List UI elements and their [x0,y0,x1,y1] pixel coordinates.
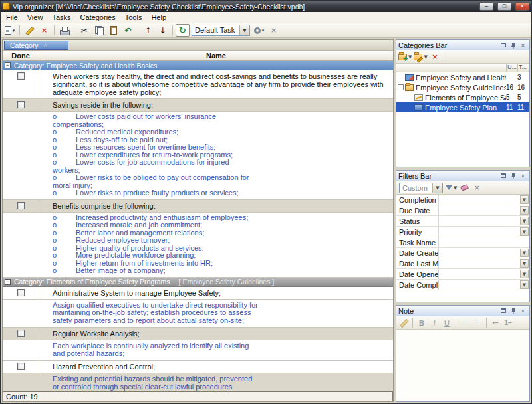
move-up-button[interactable]: ↑ [141,24,155,37]
task-note-text[interactable]: Each workplace is continually analyzed t… [3,340,262,360]
task-checkbox[interactable] [17,363,25,370]
delete-task-button[interactable]: × [37,24,51,37]
menu-tools[interactable]: Tools [120,12,147,23]
panel-position-icon[interactable] [499,307,507,315]
main-toolbar: ▾×✂↶↑↓↻ Default Task ▼ ▾× [1,23,531,38]
move-down-button[interactable]: ↓ [156,24,170,37]
italic-button[interactable]: I [428,317,440,328]
align-center-button[interactable] [471,317,483,328]
numbered-list-button[interactable]: 1– [502,317,514,328]
task-name[interactable]: Hazard Prevention and Control; [39,361,393,373]
chevron-down-icon[interactable]: ▼ [239,25,249,35]
edit-task-button[interactable] [23,24,37,37]
task-checkbox[interactable] [17,72,25,80]
refresh-button[interactable]: ↻ [176,24,190,37]
note-body[interactable] [396,330,529,401]
edit-category-button[interactable]: ▼ [413,51,428,62]
menu-view[interactable]: View [23,12,48,23]
filter-value-cell[interactable]: ▼ [439,269,529,279]
task-checkbox[interactable] [17,330,25,337]
paste-button[interactable] [106,24,120,37]
chevron-down-icon[interactable]: ▼ [520,249,529,257]
copy-button[interactable] [92,24,106,37]
clear-filter-button[interactable] [458,182,470,193]
filter-value-cell[interactable]: ▼ [439,280,529,290]
filter-value-cell[interactable]: ▼ [439,195,529,205]
close-panel-icon[interactable]: × [519,41,527,49]
chevron-down-icon[interactable]: ▼ [520,206,529,215]
chevron-down-icon[interactable]: ▼ [520,227,529,236]
category-tree-item[interactable]: Employee Safety Plan1111 [396,102,529,112]
bullet-list[interactable]: oLower costs paid out for workers' insur… [3,112,259,199]
task-name[interactable]: Benefits comprise the following: [39,200,393,212]
edit-note-button[interactable] [398,317,410,328]
pin-icon[interactable] [509,307,517,315]
menu-tasks[interactable]: Tasks [47,12,75,23]
tree-name-column[interactable] [396,64,507,72]
menu-categories[interactable]: Categories [76,12,120,23]
menu-help[interactable]: Help [146,12,171,23]
chevron-down-icon[interactable]: ▼ [520,259,529,268]
task-name[interactable]: Regular Worksite Analysis; [39,328,393,340]
task-note-text[interactable]: Assign qualified executives to undertake… [3,300,262,328]
bullet-list-button[interactable]: •– [489,317,501,328]
menu-file[interactable]: File [1,12,23,23]
filter-value-cell[interactable]: ▼ [439,248,529,258]
category-tree-item[interactable]: Elements of Employee Safety Programs55 [396,92,529,102]
pin-icon[interactable] [509,172,517,180]
new-category-button[interactable]: ▼ [398,51,412,62]
bold-button[interactable]: B [416,317,428,328]
category-tree-item[interactable]: Employee Safety and Health Basics3 [396,72,529,82]
category-band[interactable]: −Category: Employee Safety and Health Ba… [3,61,393,70]
chevron-down-icon[interactable]: ▼ [432,183,442,193]
tree-collapse-icon[interactable]: - [398,84,404,90]
task-checkbox[interactable] [17,289,25,296]
group-by-category-button[interactable]: Category △ [4,41,68,50]
underline-button[interactable]: U [441,317,453,328]
task-checkbox[interactable] [17,202,25,209]
bullet-list[interactable]: oIncreased productivity and enthusiasm o… [3,213,248,277]
task-name[interactable]: Savings reside in the following: [39,99,393,111]
print-button[interactable] [57,24,71,37]
maximize-button[interactable]: □ [497,2,511,11]
task-settings-button[interactable]: ▾ [252,24,266,37]
close-panel-icon[interactable]: × [519,172,527,180]
task-type-select[interactable]: Default Task ▼ [192,25,250,36]
panel-position-icon[interactable] [499,41,507,49]
edit-filter-button[interactable]: ▼ [445,182,458,193]
minimize-button[interactable]: – [479,2,493,11]
pin-icon[interactable] [509,41,517,49]
filter-value-cell[interactable]: ▼ [439,227,529,237]
filter-preset-select[interactable]: Custom ▼ [399,183,443,193]
task-name[interactable]: When workers stay healthy, the direct an… [39,70,393,98]
filter-value-cell[interactable] [439,237,529,247]
tree-total-column[interactable]: T... [518,64,529,72]
collapse-icon[interactable]: − [5,62,11,68]
column-header-done[interactable]: Done [3,51,39,60]
category-band[interactable]: −Category: Elements of Employee Safety P… [3,278,393,287]
filter-value-cell[interactable]: ▼ [439,216,529,226]
align-left-button[interactable] [459,317,471,328]
delete-category-button[interactable]: × [429,51,441,62]
close-panel-icon[interactable]: × [519,307,527,315]
chevron-down-icon[interactable]: ▼ [520,280,529,289]
panel-position-icon[interactable] [499,172,507,180]
task-note-text[interactable]: Existing and potential hazards should be… [3,373,262,391]
undo-button[interactable]: ↶ [121,24,135,37]
filter-value-cell[interactable]: ▼ [439,258,529,268]
delete-filter-button[interactable]: × [471,182,483,193]
column-header-name[interactable]: Name [39,51,393,60]
collapse-icon[interactable]: − [5,279,11,285]
filter-value-cell[interactable]: ▼ [439,205,529,215]
cut-button[interactable]: ✂ [77,24,91,37]
chevron-down-icon[interactable]: ▼ [520,270,529,278]
new-task-button[interactable]: ▾ [3,24,17,37]
chevron-down-icon[interactable]: ▼ [520,195,529,204]
category-tree-item[interactable]: -Employee Safety Guidelines1616 [396,82,529,92]
chevron-down-icon[interactable]: ▼ [520,217,529,225]
close-view-button[interactable]: × [267,24,281,37]
task-checkbox[interactable] [17,101,25,108]
tree-undone-column[interactable]: U... [507,64,518,72]
task-name[interactable]: Administrative System to manage Employee… [39,287,393,299]
close-button[interactable]: × [515,2,529,11]
